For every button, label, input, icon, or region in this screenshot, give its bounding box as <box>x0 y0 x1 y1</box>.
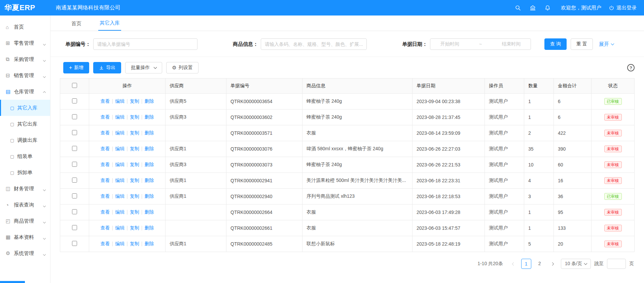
report-icon: ◔ <box>6 202 14 208</box>
row-action-copy[interactable]: 复制 <box>130 146 139 151</box>
cell-product: 蜂蜜柚子茶 240g <box>302 94 413 109</box>
logout-button[interactable]: 退出登录 <box>609 5 637 11</box>
row-checkbox[interactable] <box>72 225 77 230</box>
row-action-edit[interactable]: 编辑 <box>115 193 124 199</box>
row-checkbox[interactable] <box>72 146 77 151</box>
cell-amount: 60 <box>554 157 592 173</box>
row-checkbox[interactable] <box>72 193 77 198</box>
sidebar-item-product[interactable]: ◰商品管理 <box>0 213 50 229</box>
row-action-delete[interactable]: 删除 <box>144 225 154 230</box>
sidebar-item-warehouse[interactable]: ▤仓库管理 <box>0 84 50 100</box>
row-action-edit[interactable]: 编辑 <box>115 98 124 104</box>
tab-home[interactable]: 首页 <box>70 17 83 31</box>
row-action-view[interactable]: 查看 <box>101 146 110 151</box>
row-action-copy[interactable]: 复制 <box>130 193 139 199</box>
row-action-view[interactable]: 查看 <box>101 241 110 246</box>
tab-other-inbound[interactable]: 其它入库 <box>98 16 121 31</box>
table-header-row: 操作 供应商 单据编号 商品信息 单据日期 操作员 数量 金额合计 状态 <box>60 78 635 94</box>
row-action-edit[interactable]: 编辑 <box>115 114 124 120</box>
row-action-delete[interactable]: 删除 <box>144 130 154 135</box>
sidebar-item-system[interactable]: ⚙系统管理 <box>0 245 50 261</box>
row-action-delete[interactable]: 删除 <box>144 146 154 151</box>
sidebar-subitem[interactable]: ▢拆卸单 <box>0 164 50 181</box>
row-action-copy[interactable]: 复制 <box>130 225 139 230</box>
batch-operations-button[interactable]: 批量操作 <box>125 62 162 73</box>
row-checkbox[interactable] <box>72 178 77 183</box>
row-action-copy[interactable]: 复制 <box>130 162 139 167</box>
add-button[interactable]: + 新增 <box>63 62 89 73</box>
status-badge: 已审核 <box>604 193 622 200</box>
sidebar-item-report[interactable]: ◔报表查询 <box>0 197 50 213</box>
row-action-edit[interactable]: 编辑 <box>115 241 124 246</box>
row-checkbox[interactable] <box>72 114 77 119</box>
row-action-edit[interactable]: 编辑 <box>115 146 124 151</box>
row-action-delete[interactable]: 删除 <box>144 209 154 215</box>
row-action-view[interactable]: 查看 <box>101 114 110 120</box>
row-checkbox[interactable] <box>72 130 77 135</box>
bank-icon[interactable] <box>529 4 536 11</box>
row-action-copy[interactable]: 复制 <box>130 209 139 215</box>
row-action-copy[interactable]: 复制 <box>130 114 139 120</box>
row-action-delete[interactable]: 删除 <box>144 114 154 120</box>
product-info-input[interactable] <box>261 38 367 50</box>
row-action-view[interactable]: 查看 <box>101 178 110 183</box>
sidebar-item-sales[interactable]: ⊟销售管理 <box>0 67 50 84</box>
page-button-1[interactable]: 1 <box>521 259 531 269</box>
column-settings-button[interactable]: ⚙ 列设置 <box>166 62 198 73</box>
cell-date: 2023-06-03 15:47:57 <box>413 220 485 236</box>
row-action-view[interactable]: 查看 <box>101 162 110 167</box>
expand-link[interactable]: 展开 <box>599 41 614 48</box>
cell-supplier: 供应商1 <box>166 141 226 157</box>
row-action-view[interactable]: 查看 <box>101 225 110 230</box>
row-action-copy[interactable]: 复制 <box>130 178 139 183</box>
row-action-edit[interactable]: 编辑 <box>115 225 124 230</box>
sidebar-item-home[interactable]: ⌂首页 <box>0 19 50 35</box>
bell-icon[interactable] <box>544 4 551 11</box>
help-icon[interactable]: ? <box>627 64 635 71</box>
jump-input[interactable] <box>607 259 626 269</box>
row-action-edit[interactable]: 编辑 <box>115 130 124 135</box>
cell-product: 序列号商品测试 xlh123 <box>302 189 413 205</box>
prev-page-button[interactable] <box>508 259 518 269</box>
reset-button[interactable]: 重 置 <box>571 38 593 50</box>
date-range-picker[interactable]: 开始时间 ~ 结束时间 <box>430 38 531 50</box>
row-action-edit[interactable]: 编辑 <box>115 162 124 167</box>
row-action-view[interactable]: 查看 <box>101 193 110 199</box>
bill-no-input[interactable] <box>93 38 198 50</box>
cell-bill-no: QTRK00000003654 <box>226 94 302 109</box>
row-action-edit[interactable]: 编辑 <box>115 178 124 183</box>
search-button[interactable]: 查 询 <box>544 38 567 50</box>
row-checkbox[interactable] <box>72 209 77 214</box>
row-action-delete[interactable]: 删除 <box>144 178 154 183</box>
page-button-2[interactable]: 2 <box>535 259 545 269</box>
sidebar-item-finance[interactable]: ◫财务管理 <box>0 181 50 197</box>
row-action-view[interactable]: 查看 <box>101 209 110 215</box>
row-action-view[interactable]: 查看 <box>101 98 110 104</box>
row-checkbox[interactable] <box>72 98 77 103</box>
row-action-view[interactable]: 查看 <box>101 130 110 135</box>
row-action-edit[interactable]: 编辑 <box>115 209 124 215</box>
sidebar-subitem[interactable]: ▢其它入库 <box>0 100 50 116</box>
sidebar-subitem[interactable]: ▢调拨出库 <box>0 132 50 148</box>
row-action-copy[interactable]: 复制 <box>130 130 139 135</box>
export-button[interactable]: 导出 <box>93 62 121 73</box>
row-action-copy[interactable]: 复制 <box>130 241 139 246</box>
sidebar-item-basic[interactable]: ▦基本资料 <box>0 229 50 245</box>
row-checkbox[interactable] <box>72 162 77 167</box>
sidebar-subitem[interactable]: ▢组装单 <box>0 148 50 164</box>
row-action-delete[interactable]: 删除 <box>144 193 154 199</box>
status-badge: 未审核 <box>604 241 622 247</box>
row-action-delete[interactable]: 删除 <box>144 162 154 167</box>
sidebar-item-retail[interactable]: ⊞零售管理 <box>0 35 50 51</box>
next-page-button[interactable] <box>548 259 558 269</box>
page-size-select[interactable]: 10 条/页 <box>561 259 591 269</box>
row-action-copy[interactable]: 复制 <box>130 98 139 104</box>
search-icon[interactable] <box>514 4 521 11</box>
select-all-checkbox[interactable] <box>72 83 77 88</box>
sidebar-item-purchase[interactable]: ⧉采购管理 <box>0 51 50 67</box>
cell-product: 蜂蜜柚子茶 240g <box>302 157 413 173</box>
row-action-delete[interactable]: 删除 <box>144 98 154 104</box>
row-checkbox[interactable] <box>72 241 77 246</box>
sidebar-subitem[interactable]: ▢其它出库 <box>0 116 50 132</box>
row-action-delete[interactable]: 删除 <box>144 241 154 246</box>
